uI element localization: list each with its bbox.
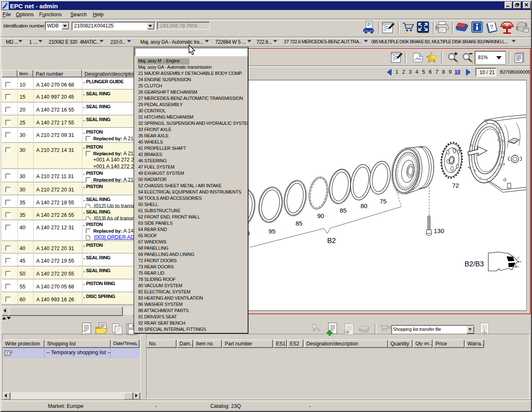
svg-text:95: 95 [268,228,276,235]
svg-text:B2: B2 [327,237,336,245]
svg-text:75: 75 [380,198,387,205]
svg-text:85: 85 [296,220,303,227]
svg-text:130: 130 [434,227,444,234]
svg-text:72: 72 [452,182,459,189]
svg-text:B2/B3: B2/B3 [465,260,484,268]
svg-text:85: 85 [340,207,347,214]
svg-text:80: 80 [360,202,368,209]
svg-text:90: 90 [317,212,324,219]
svg-text:T: T [6,351,9,355]
